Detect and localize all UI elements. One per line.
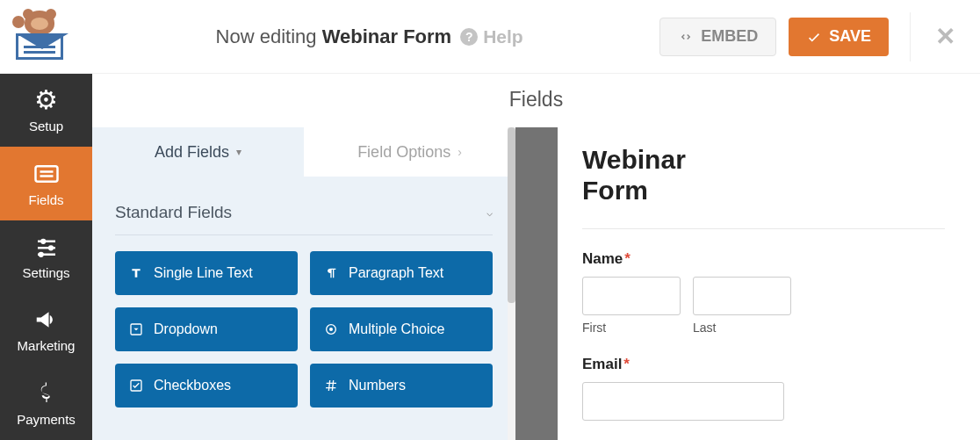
required-marker: *	[623, 356, 630, 372]
tab-field-options[interactable]: Field Options ›	[304, 127, 515, 177]
save-label: SAVE	[829, 27, 871, 46]
bullhorn-icon	[33, 307, 60, 333]
embed-label: EMBED	[701, 27, 758, 46]
embed-button[interactable]: EMBED	[659, 18, 776, 56]
sub-label: First	[582, 321, 681, 335]
fields-panel: Add Fields ▾ Field Options › Standard Fi…	[92, 127, 515, 440]
sliders-icon	[33, 234, 60, 260]
sub-label: Last	[693, 321, 791, 335]
list-icon	[33, 161, 60, 187]
preview-gutter	[515, 127, 558, 440]
field-label: Paragraph Text	[349, 265, 443, 281]
section-header[interactable]: Standard Fields ⌵	[115, 194, 493, 235]
svg-point-4	[40, 239, 46, 244]
sidebar-item-fields[interactable]: Fields	[0, 147, 92, 220]
field-single-line-text[interactable]: Single Line Text	[115, 251, 298, 295]
field-dropdown[interactable]: Dropdown	[115, 307, 298, 351]
top-center: Now editing Webinar Form ? Help	[79, 25, 659, 48]
standard-fields-section: Standard Fields ⌵ Single Line Text Parag…	[92, 177, 515, 411]
question-icon: ?	[460, 28, 478, 46]
sidebar-item-label: Payments	[17, 412, 76, 427]
help-label: Help	[483, 26, 523, 47]
sidebar-item-setup[interactable]: ⚙ Setup	[0, 74, 92, 147]
name-field[interactable]: Name* First Last	[582, 250, 945, 335]
close-icon[interactable]: ✕	[928, 22, 962, 51]
sidebar-item-label: Marketing	[18, 338, 76, 353]
sidebar-item-settings[interactable]: Settings	[0, 220, 92, 293]
sidebar-item-label: Setup	[29, 119, 63, 133]
gear-icon: ⚙	[34, 87, 58, 113]
field-grid: Single Line Text Paragraph Text Dropdown	[115, 251, 493, 408]
wpforms-logo-icon	[9, 11, 70, 63]
main: ⚙ Setup Fields Settings Marketing Paymen…	[0, 74, 980, 440]
field-label: Name*	[582, 250, 945, 268]
field-label: Dropdown	[154, 321, 218, 337]
sidebar-item-payments[interactable]: Payments	[0, 367, 92, 440]
sidebar-item-label: Settings	[22, 265, 69, 280]
sidebar-item-label: Fields	[28, 192, 63, 207]
field-label: Single Line Text	[154, 265, 253, 281]
caret-square-icon	[129, 322, 143, 336]
scrollbar-track[interactable]	[508, 127, 515, 440]
logo[interactable]	[0, 0, 79, 74]
sidebar-item-marketing[interactable]: Marketing	[0, 293, 92, 366]
first-name-input[interactable]	[582, 277, 681, 315]
label-text: Email	[582, 356, 622, 372]
divider	[910, 12, 911, 61]
field-label: Multiple Choice	[349, 321, 444, 337]
field-label: Checkboxes	[154, 378, 231, 393]
tab-label: Add Fields	[155, 143, 229, 162]
top-bar: Now editing Webinar Form ? Help EMBED SA…	[0, 0, 980, 74]
field-label: Numbers	[349, 378, 406, 393]
field-checkboxes[interactable]: Checkboxes	[115, 364, 298, 408]
paragraph-icon	[324, 266, 338, 280]
last-name-input[interactable]	[693, 277, 791, 315]
svg-point-11	[329, 328, 333, 331]
required-marker: *	[624, 250, 631, 267]
tab-add-fields[interactable]: Add Fields ▾	[92, 127, 304, 177]
field-label: Email*	[582, 356, 945, 373]
panel-tabs: Add Fields ▾ Field Options ›	[92, 127, 515, 177]
form-title: Webinar Form	[582, 145, 740, 206]
label-text: Name	[582, 250, 623, 267]
checkbox-icon	[129, 379, 143, 393]
workspace: Fields Add Fields ▾ Field Options › Stan…	[92, 74, 980, 440]
field-multiple-choice[interactable]: Multiple Choice	[310, 307, 493, 351]
email-field[interactable]: Email*	[582, 356, 945, 421]
svg-rect-0	[35, 166, 57, 182]
form-name: Webinar Form	[322, 25, 452, 47]
field-numbers[interactable]: Numbers	[310, 364, 493, 408]
chevron-down-icon: ⌵	[486, 206, 493, 219]
form-preview: Webinar Form Name* First Last	[558, 127, 980, 440]
chevron-right-icon: ›	[458, 145, 462, 159]
svg-point-8	[38, 252, 43, 257]
scrollbar-thumb[interactable]	[508, 127, 515, 303]
hashtag-icon	[324, 379, 338, 393]
email-input[interactable]	[582, 382, 784, 421]
columns: Add Fields ▾ Field Options › Standard Fi…	[92, 127, 980, 440]
code-icon	[678, 29, 694, 45]
field-paragraph-text[interactable]: Paragraph Text	[310, 251, 493, 295]
top-actions: EMBED SAVE ✕	[659, 12, 980, 61]
help-link[interactable]: ? Help	[460, 26, 523, 47]
svg-point-6	[47, 245, 53, 250]
sidebar: ⚙ Setup Fields Settings Marketing Paymen…	[0, 74, 92, 440]
chevron-down-icon: ▾	[236, 146, 241, 158]
editing-prefix: Now editing	[216, 25, 317, 47]
check-icon	[806, 29, 822, 45]
save-button[interactable]: SAVE	[789, 18, 889, 56]
divider	[582, 228, 945, 229]
editing-title: Now editing Webinar Form	[216, 25, 452, 48]
text-cursor-icon	[129, 266, 143, 280]
radio-icon	[324, 322, 338, 336]
section-title: Standard Fields	[115, 203, 232, 222]
panel-title: Fields	[92, 74, 980, 127]
dollar-icon	[33, 380, 60, 407]
tab-label: Field Options	[357, 143, 450, 162]
